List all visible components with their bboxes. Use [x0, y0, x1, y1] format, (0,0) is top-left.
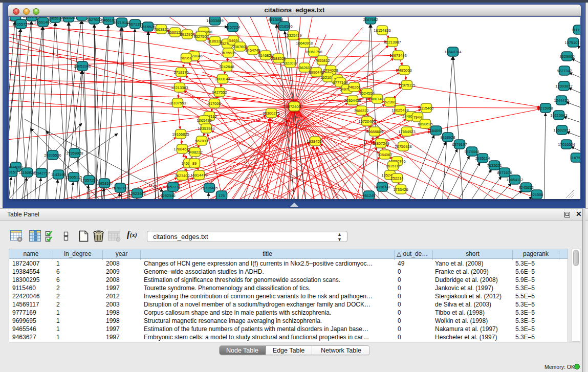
svg-text:12905115: 12905115 [66, 175, 82, 180]
svg-text:12923465: 12923465 [128, 191, 145, 196]
svg-text:9084067: 9084067 [377, 152, 392, 157]
svg-text:12213987: 12213987 [384, 40, 401, 45]
svg-text:1244415: 1244415 [554, 98, 569, 103]
svg-text:9457774: 9457774 [165, 185, 180, 189]
svg-text:10025438: 10025438 [391, 108, 408, 113]
svg-text:7515526: 7515526 [140, 25, 155, 29]
svg-text:10688609: 10688609 [366, 129, 383, 134]
svg-text:19384554: 19384554 [307, 139, 323, 144]
svg-text:2803144: 2803144 [215, 77, 230, 81]
svg-text:8912954: 8912954 [180, 32, 194, 37]
svg-text:9245652: 9245652 [518, 185, 533, 190]
svg-text:417006: 417006 [208, 101, 221, 106]
svg-text:16782759: 16782759 [112, 186, 128, 190]
svg-text:7623402: 7623402 [175, 173, 189, 178]
svg-text:12975115: 12975115 [399, 83, 416, 87]
svg-text:7632621: 7632621 [487, 163, 502, 168]
svg-text:1527602: 1527602 [86, 17, 101, 22]
svg-text:17016504: 17016504 [558, 142, 575, 147]
svg-text:1733426: 1733426 [393, 187, 408, 192]
svg-text:10654112: 10654112 [507, 178, 524, 182]
svg-text:7357224: 7357224 [225, 25, 240, 30]
svg-text:19166825: 19166825 [172, 132, 189, 137]
svg-text:7986372: 7986372 [354, 108, 368, 113]
svg-text:14136141: 14136141 [374, 185, 390, 189]
svg-text:7955812: 7955812 [315, 58, 330, 63]
svg-text:924506: 924506 [530, 192, 543, 197]
svg-text:16914479: 16914479 [190, 173, 207, 178]
svg-text:13692971: 13692971 [553, 128, 570, 133]
svg-text:39151: 39151 [9, 170, 17, 174]
svg-text:17357255: 17357255 [80, 178, 97, 183]
svg-text:9115460: 9115460 [419, 106, 434, 111]
svg-text:16154836: 16154836 [374, 28, 390, 33]
svg-text:2087682: 2087682 [363, 17, 378, 22]
svg-text:7663822: 7663822 [154, 27, 168, 32]
svg-text:16210643: 16210643 [550, 113, 567, 118]
svg-text:9777169: 9777169 [333, 80, 347, 85]
svg-text:16033809: 16033809 [206, 18, 223, 23]
svg-text:567833: 567833 [195, 139, 208, 143]
svg-text:20756928: 20756928 [395, 144, 411, 149]
svg-text:20364436: 20364436 [344, 98, 361, 103]
svg-text:7944: 7944 [413, 115, 422, 120]
svg-text:8813054: 8813054 [268, 17, 283, 22]
svg-text:89: 89 [192, 161, 197, 166]
svg-text:12093872: 12093872 [555, 84, 572, 89]
svg-text:20691406: 20691406 [34, 20, 51, 25]
svg-text:16640910: 16640910 [296, 41, 313, 46]
svg-text:746266: 746266 [347, 85, 360, 90]
svg-text:1615112: 1615112 [386, 164, 401, 168]
svg-text:10973493: 10973493 [389, 53, 406, 58]
svg-text:15720407: 15720407 [358, 119, 375, 124]
svg-text:6379197: 6379197 [452, 142, 467, 147]
svg-text:116753: 116753 [570, 156, 580, 160]
svg-text:6794028: 6794028 [323, 68, 338, 73]
svg-text:7485063: 7485063 [397, 68, 411, 73]
svg-text:8990448: 8990448 [309, 70, 323, 75]
svg-text:19218506: 19218506 [275, 24, 292, 29]
svg-text:8938928: 8938928 [440, 135, 455, 140]
svg-text:1117362: 1117362 [572, 28, 580, 32]
svg-text:9329966: 9329966 [559, 54, 574, 59]
svg-text:10653267: 10653267 [60, 17, 77, 20]
svg-text:9327500: 9327500 [193, 34, 208, 39]
svg-text:1362615: 1362615 [297, 65, 312, 70]
svg-text:16961758: 16961758 [305, 50, 322, 54]
svg-text:961245: 961245 [362, 193, 375, 198]
svg-text:16648764: 16648764 [444, 50, 461, 54]
svg-text:1292346: 1292346 [160, 193, 175, 198]
svg-text:13325419: 13325419 [285, 33, 301, 38]
svg-text:25300275: 25300275 [263, 111, 279, 116]
svg-text:164095: 164095 [429, 128, 442, 133]
svg-text:8471676: 8471676 [497, 170, 512, 175]
svg-text:252214: 252214 [390, 176, 403, 181]
svg-text:9427552: 9427552 [212, 90, 227, 95]
svg-text:12353594: 12353594 [198, 126, 214, 131]
svg-text:17359928: 17359928 [66, 151, 83, 156]
svg-text:2588520: 2588520 [271, 56, 286, 61]
svg-text:1143195: 1143195 [51, 172, 66, 177]
svg-text:18807249: 18807249 [372, 141, 389, 146]
svg-text:20206536: 20206536 [44, 153, 61, 158]
svg-text:98961: 98961 [181, 56, 192, 60]
svg-text:5498222: 5498222 [187, 150, 202, 155]
svg-text:16107553: 16107553 [169, 101, 186, 105]
svg-text:12942737: 12942737 [33, 171, 50, 176]
svg-text:62160: 62160 [385, 100, 396, 104]
svg-text:9242848: 9242848 [219, 64, 234, 69]
svg-text:10807487: 10807487 [368, 97, 385, 101]
svg-text:12213383: 12213383 [171, 85, 188, 90]
svg-text:14055724: 14055724 [12, 22, 29, 27]
svg-text:9474444: 9474444 [464, 149, 479, 154]
svg-text:176: 176 [219, 193, 225, 198]
svg-text:5322037: 5322037 [282, 61, 297, 65]
svg-text:3675685: 3675685 [221, 51, 235, 55]
svg-text:9227342: 9227342 [557, 69, 572, 73]
svg-text:2935114: 2935114 [475, 156, 490, 161]
svg-text:3215958: 3215958 [538, 106, 553, 111]
svg-text:17654923: 17654923 [398, 129, 415, 134]
svg-text:10958107: 10958107 [96, 181, 113, 186]
svg-text:15716485: 15716485 [201, 186, 217, 190]
svg-text:1065496: 1065496 [197, 118, 211, 123]
